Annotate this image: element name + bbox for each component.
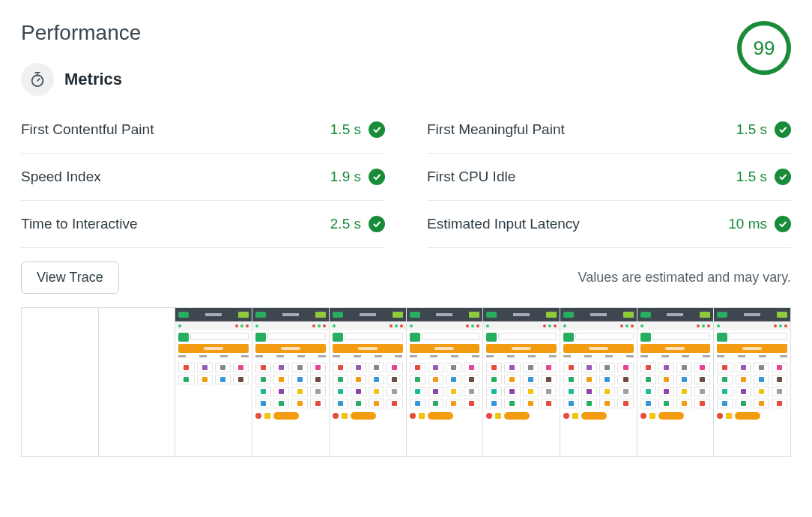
check-circle-icon [775, 169, 791, 185]
metric-value: 1.5 s [330, 121, 361, 138]
filmstrip [21, 307, 791, 457]
metric-first-cpu-idle: First CPU Idle 1.5 s [427, 154, 791, 201]
metric-label: Speed Index [21, 169, 101, 185]
filmstrip-frame [637, 308, 715, 456]
metric-value: 2.5 s [330, 216, 361, 232]
filmstrip-frame-blank [22, 308, 99, 456]
filmstrip-frame [560, 308, 637, 456]
performance-score: 99 [737, 21, 791, 75]
metric-value: 1.9 s [330, 169, 361, 185]
footnote-text: Values are estimated and may vary. [578, 270, 791, 285]
filmstrip-frame [175, 308, 252, 456]
metrics-grid: First Contentful Paint 1.5 s First Meani… [21, 106, 791, 248]
view-trace-button[interactable]: View Trace [21, 261, 119, 294]
metric-label: First CPU Idle [427, 169, 515, 185]
metric-label: First Contentful Paint [21, 121, 154, 138]
metric-first-meaningful-paint: First Meaningful Paint 1.5 s [427, 106, 791, 154]
check-circle-icon [775, 121, 791, 138]
metric-value: 10 ms [728, 216, 767, 232]
filmstrip-frame [714, 308, 790, 456]
metric-speed-index: Speed Index 1.9 s [21, 154, 385, 201]
page-title: Performance [21, 21, 141, 45]
metric-value: 1.5 s [736, 121, 767, 138]
metric-label: Time to Interactive [21, 216, 138, 232]
metric-value: 1.5 s [736, 169, 767, 185]
metric-time-to-interactive: Time to Interactive 2.5 s [21, 201, 385, 248]
metric-first-contentful-paint: First Contentful Paint 1.5 s [21, 106, 385, 154]
check-circle-icon [775, 216, 791, 232]
metric-estimated-input-latency: Estimated Input Latency 10 ms [427, 201, 791, 248]
filmstrip-frame [252, 308, 330, 456]
filmstrip-frame [483, 308, 560, 456]
filmstrip-frame [330, 308, 407, 456]
filmstrip-frame-blank [99, 308, 176, 456]
metrics-heading: Metrics [64, 70, 122, 89]
filmstrip-frame [407, 308, 484, 456]
svg-line-1 [37, 79, 40, 81]
metric-label: First Meaningful Paint [427, 121, 565, 138]
stopwatch-icon [21, 63, 54, 96]
metric-label: Estimated Input Latency [427, 216, 580, 232]
check-circle-icon [369, 121, 385, 138]
check-circle-icon [369, 169, 385, 185]
check-circle-icon [369, 216, 385, 232]
